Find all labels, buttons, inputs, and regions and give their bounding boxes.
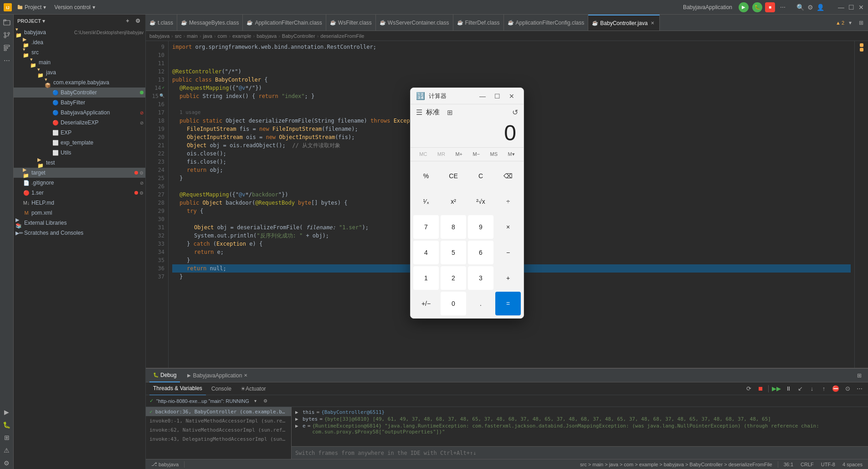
tab-split-button[interactable]: ⊞ [856, 18, 866, 28]
actuator-tab[interactable]: ☀ Actuator [237, 382, 270, 396]
calc-5-button[interactable]: 5 [441, 241, 466, 264]
calc-menu-icon[interactable]: ☰ [416, 108, 422, 117]
calc-7-button[interactable]: 7 [413, 215, 439, 239]
tree-item-babyfilter[interactable]: 🔵 BabyFilter [14, 98, 145, 108]
tree-item-java[interactable]: ▾📁 java [14, 67, 145, 77]
tab-wsservercontainer[interactable]: ☕ WsServerContainer.class [376, 15, 453, 31]
sidebar-settings-icon[interactable]: ⚙ [134, 17, 142, 25]
calc-maximize-button[interactable]: ☐ [491, 90, 503, 103]
tree-item-helpmd[interactable]: M↓ HELP.md [14, 198, 145, 208]
calc-percent-button[interactable]: % [413, 164, 439, 188]
project-dropdown[interactable]: Project ▾ [15, 3, 49, 11]
calc-minimize-button[interactable]: — [476, 90, 489, 103]
calc-3-button[interactable]: 3 [468, 266, 493, 290]
calc-subtract-button[interactable]: − [495, 241, 521, 264]
calc-close-button[interactable]: ✕ [505, 90, 518, 103]
activity-terminal[interactable]: ⊞ [1, 432, 13, 443]
watch-input[interactable] [292, 446, 868, 459]
threads-variables-tab[interactable]: Threads & Variables [149, 382, 206, 396]
frame-item-2[interactable]: invoke:62, NativeMethodAccessorImpl (sun… [146, 425, 291, 434]
tab-list-button[interactable]: ▾ [845, 18, 855, 28]
calc-ce-button[interactable]: CE [441, 164, 466, 188]
breadcrumb-part[interactable]: com [217, 33, 227, 39]
tree-item-src[interactable]: ▾📁 src [14, 47, 145, 57]
pause-btn[interactable]: ⏸ [783, 384, 793, 394]
tab-appfilterconfig[interactable]: ☕ ApplicationFilterConfig.class [504, 15, 589, 31]
tab-close-icon[interactable]: ✕ [649, 20, 656, 26]
breadcrumb-part[interactable]: babyjava [149, 33, 169, 39]
close-button[interactable]: ✕ [858, 4, 864, 10]
breadcrumb-part[interactable]: src [175, 33, 182, 39]
tab-wsfilter[interactable]: ☕ WsFilter.class [326, 15, 376, 31]
calc-mminus-button[interactable]: M− [470, 149, 483, 159]
breadcrumb-part[interactable]: BabyController [282, 33, 315, 39]
frame-item-3[interactable]: invoke:43, DelegatingMethodAccessorImpl … [146, 434, 291, 443]
tree-item-deserializeexp[interactable]: 🔴 DeserializeEXP ⊘ [14, 118, 145, 128]
tree-item-exp[interactable]: ⬜ EXP [14, 128, 145, 138]
filter-threads-btn[interactable]: ▾ [252, 397, 259, 405]
activity-project[interactable] [1, 16, 13, 28]
calc-8-button[interactable]: 8 [441, 215, 466, 239]
calc-9-button[interactable]: 9 [468, 215, 493, 239]
calc-sqrt-button[interactable]: ²√x [468, 190, 493, 213]
calc-divide-button[interactable]: ÷ [495, 190, 521, 213]
resume-btn[interactable]: ▶▶ [771, 384, 781, 394]
breadcrumb-part[interactable]: example [232, 33, 252, 39]
calc-decimal-button[interactable]: . [468, 292, 493, 315]
expand-icon[interactable]: ▶ [295, 409, 301, 415]
tree-item-ext-libraries[interactable]: ▶📚 External Libraries [14, 218, 145, 228]
step-over-btn[interactable]: ↙ [795, 384, 805, 394]
evaluate-btn[interactable]: ⊙ [842, 384, 853, 394]
var-item-e[interactable]: ▶ e = {RuntimeException@6814} "java.lang… [293, 423, 866, 435]
activity-plugins[interactable]: ⋯ [1, 55, 13, 67]
activity-problems[interactable]: ⚠ [1, 444, 13, 456]
thread-settings-btn[interactable]: ⚙ [262, 397, 269, 405]
tree-item-gitignore[interactable]: 📄 .gitignore ⊘ [14, 178, 145, 188]
calc-mr-button[interactable]: MR [435, 149, 448, 159]
git-branch-status[interactable]: ⎇ babyjava [149, 461, 180, 467]
var-item-bytes[interactable]: ▶ bytes = {byte[33]@6810} [49, 61, 49, 3… [293, 416, 866, 423]
calc-equals-button[interactable]: = [495, 292, 521, 315]
restore-layout-btn[interactable]: ⟳ [744, 384, 754, 394]
calc-backspace-button[interactable]: ⌫ [495, 164, 521, 188]
tree-item-scratches[interactable]: ▶✏ Scratches and Consoles [14, 228, 145, 238]
tab-messagebytes[interactable]: ☕ MessageBytes.class [177, 15, 243, 31]
frame-item-1[interactable]: invoke0:-1, NativeMethodAccessorImpl (su… [146, 416, 291, 425]
debug-button[interactable]: 🐛 [752, 2, 762, 12]
settings-btn[interactable]: ⚙ [807, 4, 813, 10]
calc-0-button[interactable]: 0 [441, 292, 466, 315]
activity-settings[interactable]: ⚙ [1, 457, 13, 469]
minimize-button[interactable]: — [838, 4, 844, 10]
breadcrumb-part[interactable]: babyjava [257, 33, 277, 39]
tree-item-idea[interactable]: ▶📁 .idea [14, 37, 145, 47]
calc-negate-button[interactable]: +/− [413, 292, 439, 315]
activity-structure[interactable] [1, 42, 13, 54]
tree-item-babycontroller[interactable]: 🔵 BabyController [14, 88, 145, 98]
console-tab[interactable]: Console [208, 382, 235, 396]
stop-button[interactable]: ■ [765, 2, 775, 12]
expand-icon[interactable]: ▶ [295, 416, 301, 422]
babyjava-app-tab[interactable]: ▶ BabyjavaApplication ✕ [184, 369, 251, 382]
tree-item-utils[interactable]: ⬜ Utils [14, 148, 145, 158]
search-btn[interactable]: 🔍 [797, 4, 803, 10]
calc-history-button[interactable]: ↺ [512, 108, 518, 117]
maximize-button[interactable]: ☐ [848, 4, 854, 10]
calc-reciprocal-button[interactable]: ¹⁄ₓ [413, 190, 439, 213]
calc-c-button[interactable]: C [468, 164, 493, 188]
tab-close-icon[interactable]: ✕ [244, 373, 247, 378]
watch-expression-input[interactable] [295, 450, 864, 456]
tab-babycontroller[interactable]: ☕ BabyController.java ✕ [588, 15, 660, 31]
run-to-cursor-btn[interactable]: ⛔ [831, 384, 841, 394]
more-btn[interactable]: ⋯ [854, 384, 864, 394]
tree-item-package[interactable]: ▾📦 com.example.babyjava [14, 77, 145, 88]
breadcrumb-part[interactable]: deserializeFromFile [320, 33, 364, 39]
tab-t-class[interactable]: ☕ t.class [146, 15, 177, 31]
user-btn[interactable]: 👤 [817, 4, 823, 10]
stop-btn[interactable]: ⏹ [755, 384, 765, 394]
calc-ms-button[interactable]: MS [488, 149, 501, 159]
calc-mc-button[interactable]: MC [416, 149, 430, 159]
line-col-status[interactable]: 36:1 [782, 462, 795, 467]
expand-panel-button[interactable]: ⊞ [854, 371, 864, 381]
calc-mplus-button[interactable]: M+ [452, 149, 465, 159]
calc-1-button[interactable]: 1 [413, 266, 439, 290]
